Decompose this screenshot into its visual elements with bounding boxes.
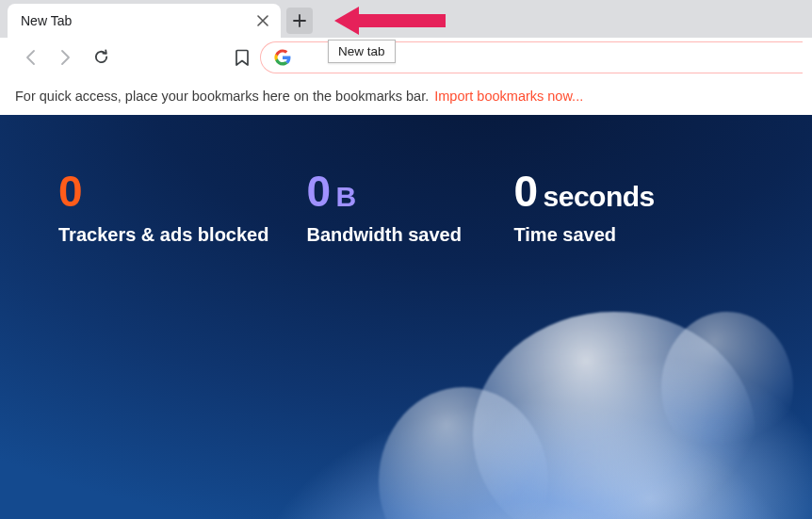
google-icon	[274, 49, 291, 66]
reload-icon	[92, 48, 110, 66]
stat-trackers: 0 Trackers & ads blocked	[58, 166, 268, 246]
stat-time-unit: seconds	[544, 181, 655, 213]
stat-time-label: Time saved	[513, 224, 702, 246]
stats-row: 0 Trackers & ads blocked 0 B Bandwidth s…	[0, 115, 812, 246]
stat-bandwidth-number: 0	[306, 166, 330, 217]
toolbar	[0, 38, 812, 77]
bookmark-icon	[235, 49, 250, 66]
new-tab-button[interactable]	[286, 8, 313, 34]
bookmarks-hint: For quick access, place your bookmarks h…	[15, 89, 429, 104]
stat-time-number: 0	[513, 166, 537, 217]
stat-time: 0 seconds Time saved	[513, 166, 702, 246]
new-tab-tooltip: New tab	[328, 40, 396, 63]
stat-bandwidth-value: 0 B	[306, 166, 476, 217]
bookmarks-bar: For quick access, place your bookmarks h…	[0, 77, 812, 115]
forward-button[interactable]	[49, 41, 81, 73]
tab-title: New Tab	[21, 13, 254, 28]
plus-icon	[293, 14, 306, 27]
forward-icon	[57, 49, 73, 66]
active-tab[interactable]: New Tab	[8, 4, 281, 38]
close-tab-button[interactable]	[254, 12, 271, 29]
back-icon	[23, 49, 40, 66]
svg-marker-0	[334, 7, 446, 35]
annotation-arrow	[334, 4, 447, 38]
tab-strip: New Tab New tab	[0, 0, 812, 38]
reload-button[interactable]	[85, 41, 117, 73]
new-tab-content: 0 Trackers & ads blocked 0 B Bandwidth s…	[0, 115, 812, 519]
stat-trackers-value: 0	[58, 166, 268, 217]
bookmark-button[interactable]	[226, 41, 258, 73]
back-button[interactable]	[15, 41, 47, 73]
close-icon	[257, 15, 268, 26]
stat-bandwidth: 0 B Bandwidth saved	[306, 166, 476, 246]
stat-bandwidth-label: Bandwidth saved	[306, 224, 476, 246]
stat-trackers-label: Trackers & ads blocked	[58, 224, 268, 246]
stat-time-value: 0 seconds	[513, 166, 702, 217]
stat-bandwidth-unit: B	[336, 181, 356, 213]
import-bookmarks-link[interactable]: Import bookmarks now...	[434, 89, 583, 104]
